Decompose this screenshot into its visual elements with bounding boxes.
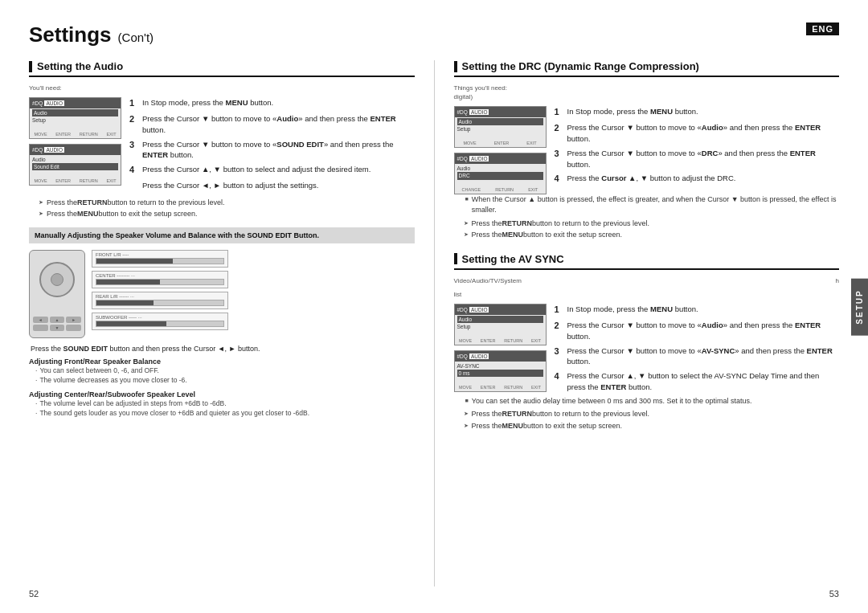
av-sync-section: Setting the AV SYNC Video/Audio/TV/Syste…: [454, 253, 840, 431]
drc-section-title: Setting the DRC (Dynamic Range Compressi…: [454, 60, 840, 77]
page-title: Settings (Con't): [29, 22, 154, 47]
drc-arrow-bullets: Press the RETURN button to return to the…: [464, 219, 840, 240]
av-sync-arrow-1: Press the RETURN button to return to the…: [464, 409, 840, 419]
audio-section-title: Setting the Audio: [29, 60, 415, 77]
right-column: Setting the DRC (Dynamic Range Compressi…: [454, 60, 840, 586]
page: Settings (Con't) ENG Setting the Audio Y…: [0, 0, 868, 613]
page-num-left: 52: [29, 589, 39, 599]
audio-arrow-1: Press the RETURN button to return to the…: [39, 198, 415, 208]
adj-front-rear-title: Adjusting Front/Rear Speaker Balance: [29, 358, 415, 366]
remote-mockup: ◄ ▲ ► ▼: [29, 250, 85, 338]
av-sync-arrow-2: Press the MENU button to exit the setup …: [464, 421, 840, 431]
bar-fill-3: [96, 300, 154, 305]
remote-btn-5: ▼: [50, 325, 65, 331]
audio-arrow-bullets: Press the RETURN button to return to the…: [39, 198, 415, 219]
drc-arrow-1: Press the RETURN button to return to the…: [464, 219, 840, 229]
bar-track-4: [96, 321, 224, 327]
av-sync-sub-label2: list: [454, 290, 840, 299]
audio-step-4b: Press the Cursor ◄, ► button to adjust t…: [129, 180, 415, 191]
bar-fill-1: [96, 259, 173, 264]
drc-content: #DQ AUDIO Audio Setup MOVEENTEREXIT: [454, 106, 840, 194]
av-sync-note: You can set the audio delay time between…: [465, 396, 840, 407]
bar-fill-4: [96, 321, 166, 326]
setup-tab: SETUP: [851, 278, 868, 335]
bar-label-1: FRONT L/R ----: [96, 252, 224, 257]
remote-btn-3: ►: [66, 317, 81, 323]
speaker-bars: FRONT L/R ---- CENTER -------- ··· REAR …: [92, 250, 228, 330]
drc-sub-label: Things you'll need: digital): [454, 84, 840, 101]
audio-screen-2: #DQ AUDIO Audio Sound Edit MOVEENTERRETU…: [29, 144, 121, 186]
drc-step-1: 1 In Stop mode, press the MENU button.: [555, 106, 840, 119]
remote-buttons: ◄ ▲ ► ▼: [33, 317, 81, 331]
remote-btn-1: ◄: [33, 317, 48, 323]
left-column: Setting the Audio You'll need: #DQ AUDIO…: [29, 60, 435, 586]
audio-step-2: 2 Press the Cursor ▼ button to move to «…: [129, 113, 415, 136]
audio-arrow-2: Press the MENU button to exit the setup …: [39, 209, 415, 219]
drc-step-3: 3 Press the Cursor ▼ button to move to «…: [555, 148, 840, 170]
adj-front-rear-b2: The volume decreases as you move closer …: [29, 376, 415, 386]
av-sync-content: #DQ AUDIO Audio Setup MOVEENTERRETURNEXI…: [454, 304, 840, 396]
bar-group-3: REAR L/R ------ ···: [92, 292, 228, 309]
drc-arrow-2: Press the MENU button to exit the setup …: [464, 230, 840, 240]
page-num-right: 53: [829, 589, 839, 599]
manual-box: Manually Adjusting the Speaker Volume an…: [29, 227, 415, 243]
drc-step-2: 2 Press the Cursor ▼ button to move to «…: [555, 122, 840, 145]
av-sync-step-3: 3 Press the Cursor ▼ button to move to «…: [555, 345, 840, 368]
page-numbers: 52 53: [29, 589, 839, 599]
audio-step-4: 4 Press the Cursor ▲, ▼ button to select…: [129, 164, 415, 177]
bar-label-2: CENTER -------- ···: [96, 273, 224, 278]
adj-center-title: Adjusting Center/Rear/Subwoofer Speaker …: [29, 390, 415, 398]
av-sync-screen-2: #DQ AUDIO AV-SYNC 0 ms MOVEENTERRETURNEX…: [454, 350, 547, 392]
av-sync-sub-label: Video/Audio/TV/System h: [454, 276, 840, 285]
page-header: Settings (Con't) ENG: [29, 22, 839, 47]
bar-track-3: [96, 300, 224, 306]
eng-badge: ENG: [806, 22, 839, 35]
av-sync-step-1: 1 In Stop mode, press the MENU button.: [555, 304, 840, 317]
drc-screen-1: #DQ AUDIO Audio Setup MOVEENTEREXIT: [454, 106, 547, 148]
remote-btn-6: [66, 325, 81, 331]
av-sync-arrow-bullets: Press the RETURN button to return to the…: [464, 409, 840, 431]
bar-label-4: SUBWOOFER ----- ···: [96, 315, 224, 320]
audio-content: #DQ AUDIO Audio Setup MOVEENTERRETURNEXI…: [29, 97, 415, 194]
title-text: Settings: [29, 22, 112, 47]
av-sync-screens: #DQ AUDIO Audio Setup MOVEENTERRETURNEXI…: [454, 304, 547, 392]
audio-screens: #DQ AUDIO Audio Setup MOVEENTERRETURNEXI…: [29, 97, 121, 186]
av-sync-step-4: 4 Press the Cursor ▲, ▼ button to select…: [555, 370, 840, 393]
adj-center: Adjusting Center/Rear/Subwoofer Speaker …: [29, 390, 415, 419]
drc-screen-2: #DQ AUDIO Audio DRC CHANGERETURNEXIT: [454, 153, 547, 194]
bar-label-3: REAR L/R ------ ···: [96, 294, 224, 299]
drc-section: Setting the DRC (Dynamic Range Compressi…: [454, 60, 840, 240]
adj-center-b2: The sound gets louder as you move closer…: [29, 409, 415, 419]
av-sync-step-2: 2 Press the Cursor ▼ button to move to «…: [555, 320, 840, 342]
audio-screen-1: #DQ AUDIO Audio Setup MOVEENTERRETURNEXI…: [29, 97, 121, 139]
title-cont: (Con't): [118, 31, 154, 44]
bar-track-2: [96, 279, 224, 285]
remote-circle-inner: [51, 273, 63, 286]
columns: Setting the Audio You'll need: #DQ AUDIO…: [29, 60, 839, 586]
remote-btn-4: [33, 325, 48, 331]
adj-center-b1: The volume level can be adjusted in step…: [29, 399, 415, 409]
drc-screens: #DQ AUDIO Audio Setup MOVEENTEREXIT: [454, 106, 547, 194]
adj-front-rear-b1: You can select between 0, -6, and OFF.: [29, 366, 415, 376]
bar-group-1: FRONT L/R ----: [92, 250, 228, 268]
bar-fill-2: [96, 280, 160, 284]
sound-edit-area: ◄ ▲ ► ▼ FRONT L/R ----: [29, 250, 415, 338]
bar-group-4: SUBWOOFER ----- ···: [92, 313, 228, 330]
audio-step-3: 3 Press the Cursor ▼ button to move to «…: [129, 139, 415, 161]
audio-step-1: 1 In Stop mode, press the MENU button.: [129, 97, 415, 110]
remote-btn-2: ▲: [50, 317, 65, 323]
bar-group-2: CENTER -------- ···: [92, 271, 228, 288]
remote-circle: [39, 262, 75, 297]
adj-front-rear: Adjusting Front/Rear Speaker Balance You…: [29, 358, 415, 386]
drc-note: When the Cursor ▲ button is pressed, the…: [465, 194, 840, 215]
av-sync-screen-1: #DQ AUDIO Audio Setup MOVEENTERRETURNEXI…: [454, 304, 547, 345]
av-sync-section-title: Setting the AV SYNC: [454, 253, 840, 270]
drc-step-4: 4 Press the Cursor ▲, ▼ button to adjust…: [555, 173, 840, 186]
bar-track-1: [96, 258, 224, 264]
audio-sub-label: You'll need:: [29, 84, 415, 92]
manual-box-title: Manually Adjusting the Speaker Volume an…: [35, 231, 319, 239]
manual-box-body: Press the SOUND EDIT button and then pre…: [29, 345, 415, 353]
